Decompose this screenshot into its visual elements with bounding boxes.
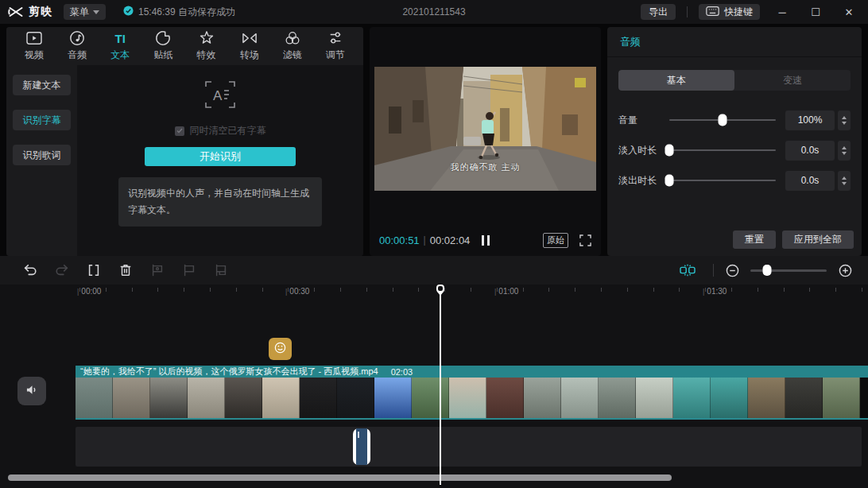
clip-title-bar: “她要的，我给不了” 以后的视频，这个俄罗斯女孩不会出现了 - 西瓜视频.mp4… bbox=[76, 366, 868, 378]
audio-tab-变速[interactable]: 变速 bbox=[734, 70, 851, 91]
auto-snap-icon[interactable] bbox=[672, 263, 703, 277]
menu-button[interactable]: 菜单 bbox=[64, 4, 106, 20]
total-duration: 00:02:04 bbox=[430, 234, 471, 246]
apply-to-all-button[interactable]: 应用到全部 bbox=[782, 230, 854, 249]
filmstrip-thumbnail bbox=[225, 378, 262, 418]
keyboard-icon bbox=[706, 6, 719, 18]
freeze-frame-icon[interactable] bbox=[141, 263, 173, 277]
effects-icon bbox=[199, 30, 215, 46]
slider-thumb[interactable] bbox=[719, 114, 727, 126]
original-ratio-button[interactable]: 原始 bbox=[543, 233, 568, 248]
tab-特效[interactable]: 特效 bbox=[185, 30, 228, 62]
maximize-button[interactable]: ☐ bbox=[804, 6, 827, 18]
sub-button-识别歌词[interactable]: 识别歌词 bbox=[13, 145, 71, 165]
filmstrip-thumbnail bbox=[561, 378, 599, 418]
text-icon: TI bbox=[115, 30, 126, 46]
redo-icon[interactable] bbox=[46, 263, 78, 277]
minimize-button[interactable]: ─ bbox=[771, 6, 793, 18]
stepper-up-icon[interactable] bbox=[842, 116, 847, 119]
stepper[interactable] bbox=[838, 171, 851, 191]
stepper-down-icon[interactable] bbox=[842, 152, 847, 155]
filmstrip-thumbnail bbox=[486, 378, 524, 418]
clip-duration: 02:03 bbox=[391, 367, 413, 377]
start-recognition-button[interactable]: 开始识别 bbox=[145, 147, 296, 166]
timeline-scrollbar bbox=[0, 474, 868, 482]
preview-panel: 我的确不敢 主动 00:00:51 | 00:02:04 原始 bbox=[370, 27, 601, 256]
stepper-up-icon[interactable] bbox=[842, 176, 847, 180]
filmstrip-thumbnail bbox=[599, 378, 636, 418]
filmstrip-thumbnail bbox=[412, 378, 449, 418]
tab-音频[interactable]: 音频 bbox=[56, 30, 99, 62]
tab-贴纸[interactable]: 贴纸 bbox=[141, 30, 184, 62]
zoom-out-icon[interactable] bbox=[723, 264, 741, 277]
reverse-icon[interactable] bbox=[173, 263, 205, 277]
scrollbar-thumb[interactable] bbox=[8, 474, 672, 481]
filter-icon bbox=[285, 30, 300, 46]
export-button[interactable]: 导出 bbox=[641, 4, 676, 20]
slider-thumb[interactable] bbox=[665, 145, 674, 157]
titlebar: 剪映 菜单 15:46:39 自动保存成功 202101211543 导出 快捷… bbox=[0, 0, 868, 24]
ruler-label: 00:30 bbox=[285, 287, 309, 296]
clear-subtitles-checkbox[interactable]: 同时清空已有字幕 bbox=[175, 124, 266, 137]
audio-panel-tabs: 基本变速 bbox=[618, 70, 851, 91]
video-subtitle-overlay: 我的确不敢 主动 bbox=[374, 161, 596, 173]
undo-icon[interactable] bbox=[14, 263, 46, 277]
fullscreen-icon[interactable] bbox=[579, 234, 591, 246]
slider-track[interactable] bbox=[669, 180, 776, 181]
tab-转场[interactable]: 转场 bbox=[228, 30, 271, 62]
track-mute-button[interactable] bbox=[17, 377, 46, 405]
reset-button[interactable]: 重置 bbox=[733, 230, 776, 249]
shortcut-button[interactable]: 快捷键 bbox=[699, 4, 760, 20]
filmstrip-thumbnail bbox=[76, 378, 113, 418]
stepper-up-icon[interactable] bbox=[842, 146, 847, 149]
slider-track[interactable] bbox=[669, 119, 776, 121]
checkbox-label: 同时清空已有字幕 bbox=[190, 124, 266, 137]
sub-button-识别字幕[interactable]: 识别字幕 bbox=[13, 110, 71, 130]
ruler-label: 01:30 bbox=[703, 287, 727, 296]
tab-视频[interactable]: 视频 bbox=[13, 30, 56, 62]
secondary-track[interactable] bbox=[76, 427, 862, 467]
timeline-tracks: “她要的，我给不了” 以后的视频，这个俄罗斯女孩不会出现了 - 西瓜视频.mp4… bbox=[0, 300, 868, 467]
audio-tab-基本[interactable]: 基本 bbox=[618, 70, 734, 91]
tab-调节[interactable]: 调节 bbox=[314, 30, 357, 62]
slider-value[interactable]: 0.0s bbox=[785, 171, 835, 191]
slider-row-淡出时长: 淡出时长0.0s bbox=[607, 165, 862, 196]
sticker-clip[interactable] bbox=[269, 338, 292, 360]
pause-button[interactable] bbox=[482, 235, 490, 246]
filmstrip-thumbnail bbox=[374, 378, 412, 418]
tab-滤镜[interactable]: 滤镜 bbox=[271, 30, 314, 62]
autosave-text: 15:46:39 自动保存成功 bbox=[138, 6, 235, 19]
slider-track[interactable] bbox=[669, 149, 776, 151]
mirror-icon[interactable] bbox=[205, 263, 237, 277]
tab-文本[interactable]: TI文本 bbox=[99, 30, 141, 62]
sub-button-新建文本[interactable]: 新建文本 bbox=[13, 75, 71, 95]
audio-settings-panel: 音频 基本变速 音量100%淡入时长0.0s淡出时长0.0s 重置 应用到全部 bbox=[607, 27, 862, 256]
close-button[interactable]: ✕ bbox=[838, 6, 860, 18]
slider-value[interactable]: 0.0s bbox=[785, 141, 835, 161]
stepper[interactable] bbox=[838, 110, 851, 130]
stepper-down-icon[interactable] bbox=[842, 122, 847, 125]
slider-value[interactable]: 100% bbox=[785, 110, 835, 130]
filmstrip-thumbnail bbox=[524, 378, 561, 418]
text-sub-sidebar: 新建文本识别字幕识别歌词 bbox=[6, 65, 77, 256]
video-clip[interactable]: “她要的，我给不了” 以后的视频，这个俄罗斯女孩不会出现了 - 西瓜视频.mp4… bbox=[76, 366, 868, 420]
timeline: 00:0000:3001:0001:30 “她要的，我给不了” 以后的视频，这个… bbox=[0, 256, 868, 488]
video-icon bbox=[25, 30, 43, 46]
slider-thumb[interactable] bbox=[665, 175, 674, 187]
slider-label: 淡出时长 bbox=[618, 174, 669, 188]
timeline-zoom-slider[interactable] bbox=[750, 269, 827, 272]
stepper-down-icon[interactable] bbox=[842, 182, 847, 185]
delete-icon[interactable] bbox=[110, 263, 141, 277]
selected-clip[interactable] bbox=[353, 428, 370, 465]
video-preview[interactable]: 我的确不敢 主动 bbox=[374, 67, 596, 191]
slider-label: 淡入时长 bbox=[618, 144, 669, 157]
stepper[interactable] bbox=[838, 141, 851, 161]
timeline-ruler[interactable]: 00:0000:3001:0001:30 bbox=[0, 285, 868, 300]
main-area: 视频音频TI文本贴纸特效转场滤镜调节 新建文本识别字幕识别歌词 A bbox=[0, 24, 868, 256]
filmstrip-thumbnail bbox=[262, 378, 300, 418]
split-icon[interactable] bbox=[78, 263, 110, 277]
zoom-in-icon[interactable] bbox=[836, 264, 854, 277]
recognition-description: 识别视频中的人声，并自动在时间轴上生成字幕文本。 bbox=[118, 177, 322, 227]
zoom-slider-thumb[interactable] bbox=[763, 265, 772, 276]
audio-sliders: 音量100%淡入时长0.0s淡出时长0.0s bbox=[607, 105, 862, 196]
